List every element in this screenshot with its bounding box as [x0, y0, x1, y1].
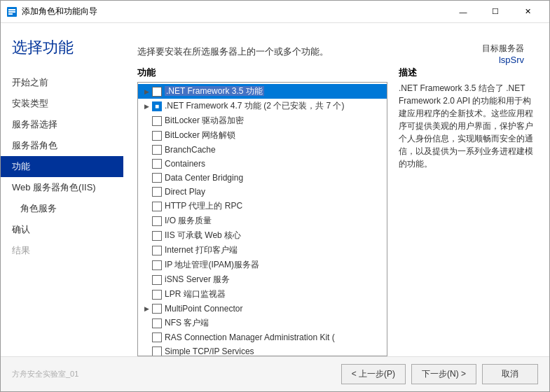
feature-item[interactable]: iSNS Server 服务 [138, 272, 387, 287]
feature-name: Direct Play [165, 187, 384, 197]
feature-name: .NET Framework 4.7 功能 (2 个已安装，共 7 个) [165, 100, 384, 112]
feature-checkbox[interactable] [152, 173, 162, 183]
feature-name: BitLocker 网络解锁 [165, 130, 384, 141]
feature-name: HTTP 代理上的 RPC [165, 200, 384, 212]
feature-item[interactable]: Simple TCP/IP Services [138, 344, 387, 356]
feature-checkbox[interactable] [152, 202, 162, 211]
expand-arrow-icon [141, 260, 152, 271]
svg-rect-1 [8, 9, 15, 10]
cancel-button[interactable]: 取消 [482, 364, 538, 384]
feature-checkbox[interactable] [152, 131, 162, 141]
feature-item[interactable]: ▶.NET Framework 3.5 功能 [138, 84, 387, 99]
feature-item[interactable]: Direct Play [138, 185, 387, 199]
server-info-area: 目标服务器 lspSrv [137, 37, 535, 40]
feature-checkbox[interactable] [152, 159, 162, 169]
app-icon [6, 6, 18, 18]
feature-name: Internet 打印客户端 [165, 244, 384, 256]
feature-checkbox[interactable] [152, 290, 162, 300]
main-window: 添加角色和功能向导 — ☐ ✕ 选择功能 开始之前 安装类型 服务器选择 服务器… [0, 0, 550, 392]
feature-checkbox[interactable]: ■ [152, 102, 162, 111]
expand-arrow-icon [141, 274, 152, 286]
sidebar-item-features[interactable]: 功能 [1, 156, 123, 177]
svg-rect-3 [8, 13, 13, 15]
description-label: 描述 [399, 66, 535, 79]
expand-arrow-icon [141, 115, 152, 127]
sidebar-item-server-select[interactable]: 服务器选择 [1, 114, 123, 135]
feature-name: RAS Connection Manager Administration Ki… [165, 332, 384, 342]
feature-checkbox[interactable] [152, 332, 162, 342]
feature-name: NFS 客户端 [165, 317, 384, 329]
feature-item[interactable]: IP 地址管理(IPAM)服务器 [138, 258, 387, 272]
feature-checkbox[interactable] [152, 246, 162, 255]
sidebar-item-before[interactable]: 开始之前 [1, 72, 123, 93]
maximize-button[interactable]: ☐ [479, 1, 511, 23]
feature-item[interactable]: ▶MultiPoint Connector [138, 302, 387, 316]
expand-arrow-icon [141, 186, 152, 197]
feature-checkbox[interactable] [152, 318, 162, 328]
feature-checkbox[interactable] [152, 216, 162, 226]
feature-item[interactable]: BitLocker 网络解锁 [138, 128, 387, 143]
feature-item[interactable]: HTTP 代理上的 RPC [138, 199, 387, 214]
main-header: 选择要安装在所选服务器上的一个或多个功能。 [137, 46, 535, 58]
close-button[interactable]: ✕ [511, 1, 544, 23]
feature-checkbox[interactable] [152, 116, 162, 126]
feature-checkbox[interactable] [152, 145, 162, 155]
feature-item[interactable]: ▶■.NET Framework 4.7 功能 (2 个已安装，共 7 个) [138, 99, 387, 113]
expand-arrow-icon: ▶ [141, 303, 152, 314]
feature-name: IIS 可承载 Web 核心 [165, 230, 384, 241]
expand-arrow-icon [141, 130, 152, 141]
svg-rect-2 [8, 11, 15, 13]
sidebar-item-server-roles[interactable]: 服务器角色 [1, 135, 123, 156]
sidebar-item-role-services[interactable]: 角色服务 [1, 198, 123, 219]
feature-name: LPR 端口监视器 [165, 288, 384, 300]
sidebar-item-install-type[interactable]: 安装类型 [1, 93, 123, 114]
feature-checkbox[interactable] [152, 346, 162, 356]
feature-checkbox[interactable] [152, 187, 162, 197]
feature-checkbox[interactable] [152, 275, 162, 285]
feature-item[interactable]: Containers [138, 157, 387, 171]
feature-name: IP 地址管理(IPAM)服务器 [165, 259, 384, 271]
feature-item[interactable]: NFS 客户端 [138, 316, 387, 330]
sidebar-item-confirm[interactable]: 确认 [1, 219, 123, 240]
feature-item[interactable]: Data Center Bridging [138, 171, 387, 185]
feature-item[interactable]: I/O 服务质量 [138, 214, 387, 228]
expand-arrow-icon [141, 289, 152, 300]
expand-arrow-icon [141, 332, 152, 343]
server-info: 目标服务器 lspSrv [482, 43, 524, 65]
sidebar-item-result: 结果 [1, 240, 123, 261]
feature-name: I/O 服务质量 [165, 215, 384, 227]
page-title: 选择功能 [1, 37, 123, 72]
feature-checkbox[interactable] [152, 231, 162, 241]
titlebar-controls: — ☐ ✕ [447, 1, 544, 23]
sidebar-item-web-server[interactable]: Web 服务器角色(IIS) [1, 177, 123, 198]
feature-name: MultiPoint Connector [165, 304, 384, 314]
expand-arrow-icon [141, 346, 152, 356]
expand-arrow-icon [141, 172, 152, 183]
server-info-label: 目标服务器 [482, 43, 524, 55]
titlebar: 添加角色和功能向导 — ☐ ✕ [1, 1, 549, 23]
feature-name: BranchCache [165, 145, 384, 155]
feature-item[interactable]: BitLocker 驱动器加密 [138, 113, 387, 128]
features-list: ▶.NET Framework 3.5 功能▶■.NET Framework 4… [138, 83, 387, 356]
expand-arrow-icon [141, 201, 152, 212]
feature-checkbox[interactable] [152, 260, 162, 270]
feature-name: BitLocker 驱动器加密 [165, 115, 384, 127]
feature-item[interactable]: IIS 可承载 Web 核心 [138, 228, 387, 243]
feature-checkbox[interactable] [152, 304, 162, 314]
feature-item[interactable]: Internet 打印客户端 [138, 243, 387, 258]
feature-item[interactable]: BranchCache [138, 143, 387, 157]
feature-item[interactable]: RAS Connection Manager Administration Ki… [138, 330, 387, 344]
footer-buttons: < 上一步(P) 下一步(N) > 取消 [341, 364, 538, 384]
feature-checkbox[interactable] [152, 87, 162, 97]
description-text: .NET Framework 3.5 结合了 .NET Framework 2.… [399, 82, 535, 170]
expand-arrow-icon [141, 245, 152, 256]
next-button[interactable]: 下一步(N) > [411, 364, 476, 384]
content-area: 选择功能 开始之前 安装类型 服务器选择 服务器角色 功能 Web 服务器角色(… [1, 23, 549, 356]
prev-button[interactable]: < 上一步(P) [341, 364, 406, 384]
expand-arrow-icon [141, 318, 152, 329]
feature-item[interactable]: LPR 端口监视器 [138, 287, 387, 302]
features-section: 功能 ▶.NET Framework 3.5 功能▶■.NET Framewor… [137, 66, 387, 356]
minimize-button[interactable]: — [447, 1, 479, 23]
features-list-container[interactable]: ▶.NET Framework 3.5 功能▶■.NET Framework 4… [137, 82, 387, 356]
main-instruction: 选择要安装在所选服务器上的一个或多个功能。 [137, 46, 535, 58]
